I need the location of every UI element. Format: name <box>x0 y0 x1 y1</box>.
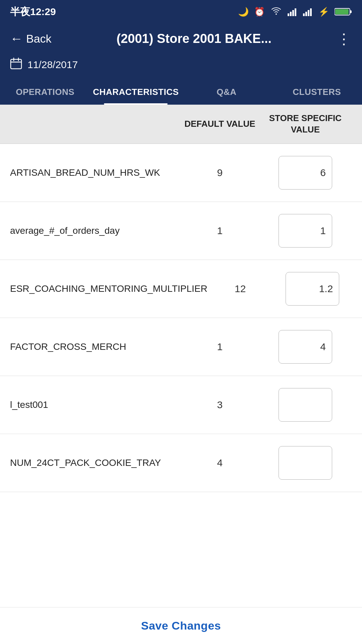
store-value-cell <box>273 272 352 306</box>
status-icons: 🌙 ⏰ ⚡ <box>238 6 352 18</box>
table-row: average_#_of_orders_day 1 <box>0 202 362 260</box>
bolt-icon: ⚡ <box>318 7 329 17</box>
table-row: ARTISAN_BREAD_NUM_HRS_WK 9 <box>0 144 362 202</box>
characteristic-name: NUM_24CT_PACK_COOKIE_TRAY <box>10 456 181 469</box>
signal2-icon <box>303 7 313 16</box>
default-value: 1 <box>181 341 259 353</box>
status-time: 半夜12:29 <box>10 5 56 19</box>
store-value-cell <box>259 446 352 480</box>
status-bar: 半夜12:29 🌙 ⏰ <box>0 0 362 23</box>
save-changes-button[interactable]: Save Changes <box>141 619 221 632</box>
moon-icon: 🌙 <box>238 7 249 17</box>
svg-rect-11 <box>11 59 21 69</box>
default-value: 3 <box>181 399 259 411</box>
characteristic-name: l_test001 <box>10 398 181 411</box>
app-header: ← Back (2001) Store 2001 BAKE... ⋮ 11/28… <box>0 23 362 79</box>
store-value-input[interactable] <box>279 388 332 422</box>
default-value: 12 <box>207 283 273 294</box>
characteristic-name: ESR_COACHING_MENTORING_MULTIPLIER <box>10 282 207 295</box>
svg-rect-4 <box>303 13 305 16</box>
tab-qa[interactable]: Q&A <box>181 79 272 105</box>
date-label: 11/28/2017 <box>27 59 78 70</box>
svg-rect-10 <box>335 9 349 14</box>
table-header: DEFAULT VALUE STORE SPECIFIC VALUE <box>0 105 362 144</box>
store-value-cell <box>259 156 352 190</box>
svg-rect-0 <box>288 13 289 16</box>
more-menu-button[interactable]: ⋮ <box>337 30 352 47</box>
svg-rect-9 <box>350 10 352 13</box>
col-default-header: DEFAULT VALUE <box>181 118 259 130</box>
default-value: 1 <box>181 225 259 236</box>
svg-rect-5 <box>305 12 307 16</box>
calendar-icon <box>10 57 22 72</box>
store-value-input[interactable] <box>279 214 332 248</box>
store-value-cell <box>259 214 352 248</box>
svg-rect-6 <box>308 10 309 16</box>
col-store-header: STORE SPECIFIC VALUE <box>259 113 352 136</box>
wifi-icon <box>270 6 282 18</box>
header-date: 11/28/2017 <box>10 54 352 79</box>
characteristic-name: FACTOR_CROSS_MERCH <box>10 340 181 353</box>
store-value-input[interactable] <box>286 272 339 306</box>
tab-bar: OPERATIONS CHARACTERISTICS Q&A CLUSTERS <box>0 79 362 105</box>
characteristics-table: ARTISAN_BREAD_NUM_HRS_WK 9 average_#_of_… <box>0 144 362 492</box>
table-row: ESR_COACHING_MENTORING_MULTIPLIER 12 <box>0 260 362 318</box>
store-value-cell <box>259 388 352 422</box>
svg-rect-7 <box>310 8 312 16</box>
characteristic-name: ARTISAN_BREAD_NUM_HRS_WK <box>10 166 181 179</box>
svg-rect-1 <box>290 12 292 16</box>
default-value: 9 <box>181 167 259 178</box>
svg-rect-2 <box>292 10 294 16</box>
table-row: FACTOR_CROSS_MERCH 1 <box>0 318 362 376</box>
tab-clusters[interactable]: CLUSTERS <box>272 79 362 105</box>
save-bar: Save Changes <box>0 607 362 644</box>
alarm-icon: ⏰ <box>254 7 265 17</box>
store-value-input[interactable] <box>279 330 332 364</box>
store-value-input[interactable] <box>279 446 332 480</box>
store-value-input[interactable] <box>279 156 332 190</box>
page-title: (2001) Store 2001 BAKE... <box>52 32 337 46</box>
signal-icon <box>288 7 298 16</box>
table-row: NUM_24CT_PACK_COOKIE_TRAY 4 <box>0 434 362 492</box>
tab-operations[interactable]: OPERATIONS <box>0 79 90 105</box>
header-top: ← Back (2001) Store 2001 BAKE... ⋮ <box>10 30 352 54</box>
back-button[interactable]: ← Back <box>10 32 52 46</box>
svg-rect-3 <box>295 8 296 16</box>
back-label: Back <box>26 32 52 45</box>
default-value: 4 <box>181 457 259 469</box>
table-row: l_test001 3 <box>0 376 362 434</box>
battery-icon <box>335 7 352 16</box>
back-arrow-icon: ← <box>10 32 23 46</box>
store-value-cell <box>259 330 352 364</box>
characteristic-name: average_#_of_orders_day <box>10 224 181 237</box>
tab-characteristics[interactable]: CHARACTERISTICS <box>90 79 181 105</box>
